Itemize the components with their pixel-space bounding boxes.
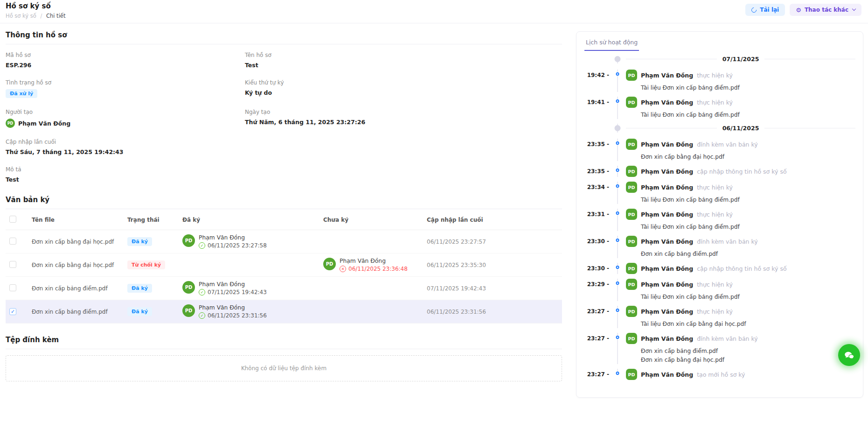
col-unsigned: Chưa ký [319,210,423,230]
activity-doc: Tài liệu Đơn xin cấp bằng đại học.pdf [641,320,855,328]
signed-by: PD Phạm Văn Đồng ✓06/11/2025 23:31:56 [182,304,316,319]
page-header: Hồ sơ ký số Hồ sơ ký số / Chi tiết Tải l… [0,0,868,23]
timeline-node-icon [616,239,619,242]
field-creator: Người tạo PD Phạm Văn Đồng [6,109,245,128]
activity-doc: Tài liệu Đơn xin cấp bảng điểm.pdf [641,223,855,231]
timeline-date-divider: 06/11/2025 [584,124,855,139]
breadcrumb-separator: / [40,13,42,19]
last-updated: 06/11/2025 23:35:30 [423,253,562,277]
field-last-updated: Cập nhập lần cuối Thứ Sáu, 7 tháng 11, 2… [6,139,245,155]
timeline-node-icon [616,266,619,269]
field-sign-order-type: Kiểu thứ tự ký Ký tự do [245,79,562,98]
field-record-code: Mã hồ sơ ESP.296 [6,52,245,69]
activity-entry: 23:35 - PD Phạm Văn Đồng đính kèm văn bả… [584,139,855,166]
table-row-selected[interactable]: ✓ Đơn xin cấp bảng điểm.pdf Đã ký PD Phạ… [6,300,562,324]
activity-doc: Tài liệu Đơn xin cấp bảng điểm.pdf [641,293,855,301]
avatar: PD [626,279,637,290]
breadcrumb-root[interactable]: Hồ sơ ký số [6,13,36,19]
check-circle-icon: ✓ [199,242,205,249]
file-name[interactable]: Đơn xin cấp bảng điểm.pdf [28,300,124,324]
reload-button-label: Tải lại [760,7,779,13]
date-dot-icon [615,125,621,131]
field-record-status: Tình trạng hồ sơ Đã xử lý [6,79,245,98]
date-dot-icon [615,56,621,62]
timeline-node-icon [616,211,619,215]
timeline-node-icon [616,372,619,375]
select-all-checkbox[interactable] [9,216,16,223]
documents-table: Tên file Trạng thái Đã ký Chưa ký Cập nh… [6,210,562,324]
activity-doc: Tài liệu Đơn xin cấp bảng điểm.pdf [641,84,855,92]
avatar: PD [626,306,637,317]
row-checkbox-checked[interactable]: ✓ [9,308,16,315]
reload-button[interactable]: Tải lại [745,4,785,16]
row-checkbox[interactable] [9,238,16,245]
main-content: Thông tin hồ sơ Mã hồ sơ ESP.296 Tên hồ … [0,23,868,398]
col-signed: Đã ký [179,210,319,230]
activity-entry: 23:30 - PD Phạm Văn Đồng đính kèm văn bả… [584,236,855,263]
file-name[interactable]: Đơn xin cấp bằng đại học.pdf [28,230,124,253]
row-checkbox[interactable] [9,261,16,268]
breadcrumb-current: Chi tiết [46,13,65,19]
activity-entry: 23:29 - PD Phạm Văn Đồng thực hiện ký Tà… [584,279,855,306]
status-badge: Đã ký [127,284,152,293]
activity-history-panel: Lịch sử hoạt động 07/11/2025 19:42 - PD … [576,31,863,398]
record-info-title: Thông tin hồ sơ [6,31,562,44]
cross-circle-icon: ✕ [340,266,346,272]
table-row[interactable]: Đơn xin cấp bảng điểm.pdf Đã ký PD Phạm … [6,277,562,300]
timeline-node-icon [616,336,619,339]
avatar: PD [182,281,195,294]
timeline-rail [612,55,623,63]
file-name[interactable]: Đơn xin cấp bằng đại học.pdf [28,253,124,277]
gear-icon: ⚙ [796,7,801,13]
check-circle-icon: ✓ [199,312,205,319]
avatar: PD [626,333,637,344]
header-left: Hồ sơ ký số Hồ sơ ký số / Chi tiết [6,2,65,19]
attachments-title: Tệp đính kèm [6,336,562,349]
activity-entry: 23:31 - PD Phạm Văn Đồng thực hiện ký Tà… [584,209,855,236]
activity-doc: Đơn xin cấp bảng điểm.pdf [641,250,855,258]
header-actions: Tải lại ⚙ Thao tác khác [745,4,861,16]
left-column: Thông tin hồ sơ Mã hồ sơ ESP.296 Tên hồ … [6,31,562,381]
activity-entry: 23:34 - PD Phạm Văn Đồng thực hiện ký Tà… [584,182,855,209]
signed-documents-title: Văn bản ký [6,196,562,209]
avatar: PD [626,139,637,150]
col-file-name: Tên file [28,210,124,230]
avatar: PD [626,166,637,177]
row-checkbox[interactable] [9,284,16,291]
last-updated: 07/11/2025 19:42:43 [423,277,562,300]
tab-activity-history[interactable]: Lịch sử hoạt động [584,38,639,51]
activity-doc: Đơn xin cấp bảng điểm.pdf [641,347,855,355]
activity-entry: 23:27 - PD Phạm Văn Đồng thực hiện ký Tà… [584,306,855,333]
status-badge: Đã ký [127,237,152,246]
table-row[interactable]: Đơn xin cấp bằng đại học.pdf Từ chối ký … [6,253,562,277]
table-row[interactable]: Đơn xin cấp bằng đại học.pdf Đã ký PD Ph… [6,230,562,253]
avatar: PD [626,236,637,247]
unsigned-by: PD Phạm Văn Đồng ✕06/11/2025 23:36:48 [323,258,419,272]
activity-timeline: 07/11/2025 19:42 - PD Phạm Văn Đồng thực… [584,55,855,385]
more-actions-button[interactable]: ⚙ Thao tác khác [790,4,861,16]
record-info-section: Thông tin hồ sơ Mã hồ sơ ESP.296 Tên hồ … [6,31,562,183]
col-last-updated: Cập nhập lần cuối [423,210,562,230]
signed-by: PD Phạm Văn Đồng ✓07/11/2025 19:42:43 [182,281,316,295]
page-title: Hồ sơ ký số [6,2,65,10]
timeline-node-icon [616,141,619,145]
check-circle-icon: ✓ [199,289,205,295]
last-updated: 06/11/2025 23:27:57 [423,230,562,253]
field-created-date: Ngày tạo Thứ Năm, 6 tháng 11, 2025 23:27… [245,109,562,128]
activity-entry: 23:35 - PD Phạm Văn Đồng cập nhập thông … [584,166,855,182]
file-name[interactable]: Đơn xin cấp bảng điểm.pdf [28,277,124,300]
attachments-section: Tệp đính kèm Không có dữ liệu tệp đính k… [6,336,562,381]
last-updated: 06/11/2025 23:31:56 [423,300,562,324]
activity-doc: Tài liệu Đơn xin cấp bảng điểm.pdf [641,111,855,119]
status-badge: Đã xử lý [6,89,37,98]
more-actions-label: Thao tác khác [805,7,848,13]
avatar: PD [626,182,637,193]
activity-entry: 23:27 - PD Phạm Văn Đồng tạo mới hồ sơ k… [584,369,855,385]
avatar: PD [626,97,637,108]
chat-button[interactable] [838,344,860,366]
status-badge: Từ chối ký [127,260,165,269]
avatar: PD [626,369,637,380]
activity-entry: 19:41 - PD Phạm Văn Đồng thực hiện ký Tà… [584,97,855,124]
timeline-node-icon [616,309,619,312]
record-info-grid: Mã hồ sơ ESP.296 Tên hồ sơ Test Tình trạ… [6,52,562,183]
